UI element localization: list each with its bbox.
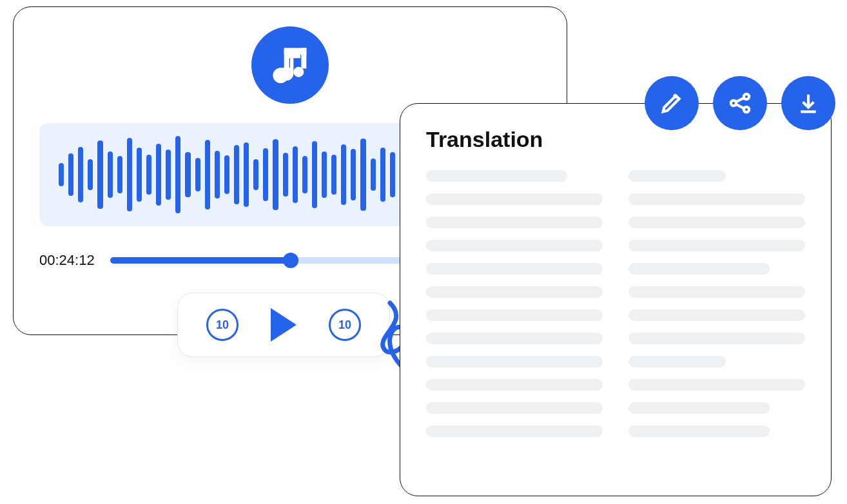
placeholder-line [628, 425, 770, 437]
wave-bar [78, 147, 83, 202]
translation-title: Translation [426, 127, 805, 152]
seek-back-button[interactable]: 10 [206, 309, 239, 341]
wave-bar [371, 159, 376, 191]
translation-content-placeholder [426, 170, 805, 437]
placeholder-line [426, 333, 603, 344]
placeholder-line [426, 379, 603, 391]
wave-bar [263, 148, 268, 201]
download-button[interactable] [781, 76, 835, 130]
wave-bar [283, 153, 288, 196]
wave-bar [146, 155, 151, 195]
placeholder-line [426, 286, 603, 298]
placeholder-line [426, 356, 603, 367]
wave-bar [360, 139, 365, 211]
placeholder-line [426, 263, 603, 275]
placeholder-line [628, 217, 805, 228]
wave-bar [380, 148, 385, 202]
share-button[interactable] [713, 76, 767, 130]
seek-back-label: 10 [216, 318, 229, 332]
svg-rect-4 [284, 48, 307, 55]
placeholder-line [628, 263, 770, 275]
placeholder-line [426, 170, 567, 182]
wave-bar [253, 159, 258, 190]
placeholder-line [628, 170, 726, 182]
placeholder-line [628, 379, 805, 391]
placeholder-line [628, 333, 805, 344]
wave-bar [97, 141, 102, 209]
wave-bar [205, 140, 210, 209]
playback-controls: 10 10 [177, 293, 390, 357]
wave-bar [234, 145, 239, 204]
placeholder-line [426, 217, 603, 228]
svg-line-9 [735, 104, 744, 109]
placeholder-line [426, 309, 603, 321]
wave-bar [175, 136, 180, 213]
wave-bar [166, 150, 171, 200]
wave-bar [195, 158, 200, 192]
wave-bar [273, 139, 278, 210]
wave-bar [68, 153, 73, 196]
wave-bar [312, 141, 317, 208]
placeholder-line [628, 402, 770, 414]
placeholder-line [628, 356, 726, 367]
wave-bar [341, 144, 346, 205]
action-buttons-row [645, 76, 835, 130]
seek-forward-label: 10 [338, 318, 351, 332]
placeholder-line [628, 309, 805, 321]
progress-fill [110, 257, 291, 264]
wave-bar [108, 151, 113, 198]
wave-bar [137, 148, 142, 202]
wave-bar [224, 155, 229, 194]
wave-bar [244, 142, 249, 208]
wave-bar [185, 152, 190, 197]
wave-bar [156, 144, 161, 206]
svg-line-8 [735, 98, 744, 102]
wave-bar [117, 156, 122, 193]
seek-forward-button[interactable]: 10 [329, 309, 361, 341]
wave-bar [351, 149, 356, 200]
wave-bar [390, 152, 395, 197]
download-icon [795, 90, 821, 116]
timestamp: 00:24:12 [39, 252, 95, 269]
placeholder-line [628, 240, 805, 251]
play-button[interactable] [271, 308, 297, 342]
pencil-icon [659, 90, 685, 116]
placeholder-line [426, 193, 603, 205]
music-icon [251, 26, 329, 104]
placeholder-line [426, 402, 603, 414]
progress-handle[interactable] [283, 253, 298, 268]
placeholder-line [628, 193, 805, 205]
edit-button[interactable] [645, 76, 699, 130]
placeholder-line [628, 286, 805, 298]
wave-bar [302, 156, 307, 193]
placeholder-line [426, 240, 603, 251]
share-icon [727, 90, 753, 116]
placeholder-line [426, 425, 603, 437]
wave-bar [322, 151, 327, 198]
wave-bar [127, 138, 132, 211]
wave-bar [331, 155, 336, 195]
wave-bar [59, 163, 64, 186]
translation-card: Translation [400, 103, 832, 496]
wave-bar [293, 146, 298, 204]
wave-bar [88, 159, 93, 190]
wave-bar [215, 151, 220, 199]
